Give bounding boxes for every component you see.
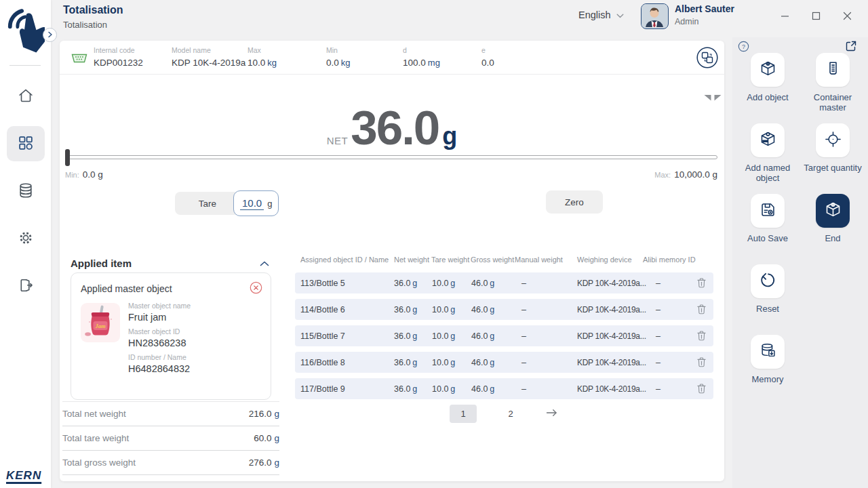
device-field-label: Model name [172, 46, 248, 54]
page-title: Totalisation [63, 4, 123, 16]
total-row: Total gross weight 276.0g [62, 451, 279, 475]
pagination: 12 [295, 405, 713, 423]
add-named-object-button[interactable] [751, 123, 785, 157]
device-field-value: KDP 10K-4-2019a [172, 58, 245, 68]
total-label: Total tare weight [62, 433, 129, 443]
tare-button[interactable]: Tare [175, 192, 240, 215]
device-info-bar: Internal code KDP001232 Model name KDP 1… [60, 41, 724, 75]
applied-item-header: Applied item [71, 256, 271, 270]
weight-range-track [65, 155, 717, 159]
sidebar-item-apps[interactable] [7, 126, 45, 161]
end-button[interactable] [816, 194, 850, 228]
weight-display: NET36.0g [60, 100, 724, 155]
column-header: Gross weight [471, 256, 514, 264]
device-field-label: Min [326, 46, 351, 54]
add-object-button[interactable] [751, 53, 785, 87]
window-maximize-button[interactable] [810, 10, 822, 22]
database-icon [17, 182, 35, 201]
table-row: 116/Bottle 8 36.0g 10.0g 46.0g – KDP 10K… [295, 352, 713, 373]
chevron-up-icon [260, 258, 269, 268]
memory-button[interactable] [751, 335, 785, 369]
arrow-right-icon [546, 409, 557, 419]
container-master-button[interactable] [816, 53, 850, 87]
range-min: Min:0.0 g [65, 169, 103, 180]
device-field: e 0.0 [481, 41, 496, 68]
sidebar-expand-toggle[interactable] [43, 28, 57, 42]
total-row: Total tare weight 60.0g [62, 426, 279, 451]
range-max-label: Max: [654, 171, 671, 179]
device-connect-button[interactable] [696, 46, 719, 69]
zero-button[interactable]: Zero [546, 190, 603, 214]
cell-net-weight: 36.0g [394, 305, 417, 314]
svg-text:Jam: Jam [94, 322, 106, 329]
container-icon [824, 60, 842, 80]
cell-alibi-memory-id: – [656, 384, 660, 394]
action-label: Auto Save [747, 233, 788, 243]
delete-row-button[interactable] [696, 304, 707, 317]
applied-item-collapse-button[interactable] [258, 256, 271, 270]
cube-pin-icon [759, 60, 777, 80]
field-label: Master object name [128, 302, 191, 310]
sidebar-item-database[interactable] [7, 174, 45, 209]
master-object-id-field: Master object ID HN28368238 [128, 327, 191, 348]
total-value: 216.0 [249, 409, 272, 419]
window-minimize-button[interactable] [779, 10, 791, 22]
id-number-name-field: ID number / Name H6482864832 [128, 353, 191, 374]
total-row: Total net weight 216.0g [62, 402, 279, 426]
remove-applied-object-button[interactable] [250, 281, 262, 296]
applied-item-title: Applied item [71, 258, 132, 269]
page-button-2[interactable]: 2 [497, 405, 524, 423]
delete-row-button[interactable] [696, 357, 707, 370]
action-memory: Memory [735, 335, 800, 405]
weight-unit: g [442, 122, 457, 150]
tare-value[interactable]: 10.0 [240, 197, 264, 210]
delete-row-button[interactable] [696, 277, 707, 291]
kern-touch-logo [5, 3, 45, 62]
sidebar-item-home[interactable] [7, 79, 45, 114]
weight-value: 36.0 [351, 101, 439, 155]
sidebar-divider [9, 65, 41, 66]
device-field: Max 10.0kg [248, 41, 277, 68]
language-selector-value: English [578, 9, 611, 20]
gear-icon [17, 229, 35, 249]
action-label: Memory [752, 374, 784, 384]
action-label: Add object [747, 92, 788, 102]
total-value: 60.0 [254, 433, 271, 443]
delete-row-button[interactable] [696, 383, 707, 396]
pagination-next-button[interactable] [545, 407, 559, 420]
trash-icon [697, 386, 706, 396]
delete-row-button[interactable] [696, 330, 707, 344]
cell-object-id-name: 113/Bottle 5 [300, 279, 345, 288]
applied-master-object-card: Applied master object Jam Master o [71, 272, 271, 400]
cube-pin-icon [824, 201, 842, 221]
cell-weighing-device: KDP 10K-4-2019a... [577, 358, 646, 367]
kern-wordmark: KERN [6, 469, 41, 483]
expand-panel-button[interactable] [845, 40, 857, 54]
cell-tare-weight: 10.0g [432, 358, 455, 367]
logout-icon [17, 277, 35, 296]
action-label: Container master [800, 92, 865, 113]
reset-button[interactable] [751, 264, 785, 298]
cell-alibi-memory-id: – [656, 358, 660, 367]
user-menu[interactable]: Albert Sauter Admin [641, 3, 734, 29]
cell-object-id-name: 115/Bottle 7 [300, 331, 345, 341]
auto-save-button[interactable] [751, 194, 785, 228]
help-button[interactable]: ? [738, 41, 749, 54]
action-label: Add named object [735, 163, 800, 184]
target-quantity-button[interactable] [816, 123, 850, 157]
language-selector[interactable]: English [578, 9, 624, 20]
column-header: Manual weight [515, 256, 563, 264]
left-sidebar: KERN [0, 0, 51, 488]
svg-text:?: ? [742, 43, 745, 50]
help-icon: ? [738, 41, 749, 54]
column-header: Net weight [394, 256, 429, 264]
page-button-1[interactable]: 1 [450, 405, 477, 423]
tare-input[interactable]: 10.0 g [233, 190, 279, 216]
sidebar-item-settings[interactable] [7, 221, 45, 256]
action-end: End [800, 194, 865, 264]
breadcrumb: Totalisation [63, 20, 107, 30]
sidebar-item-logout[interactable] [7, 268, 45, 304]
cell-net-weight: 36.0g [394, 384, 417, 394]
total-label: Total net weight [62, 409, 126, 419]
window-close-button[interactable] [842, 10, 853, 22]
